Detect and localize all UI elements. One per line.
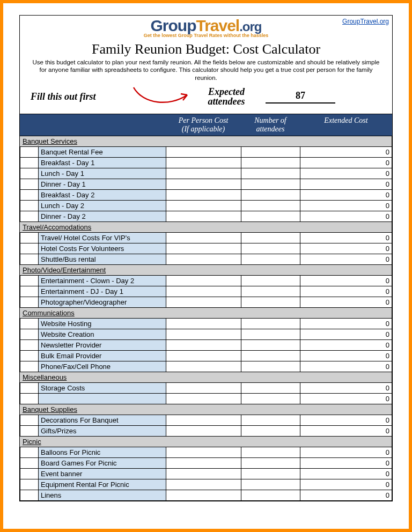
per-person-input[interactable]	[166, 168, 241, 179]
per-person-input[interactable]	[166, 276, 241, 286]
site-link[interactable]: GroupTravel.org	[342, 18, 389, 25]
per-person-input[interactable]	[166, 490, 241, 501]
per-person-input[interactable]	[166, 243, 241, 254]
line-item: Equipment Rental For Picnic0	[20, 479, 392, 490]
section-header: Miscellaneous	[20, 372, 392, 383]
num-attendees-input[interactable]	[241, 211, 300, 222]
line-item: Linens0	[20, 490, 392, 501]
indent-cell	[20, 168, 39, 179]
item-label: Bulk Email Provider	[39, 351, 166, 361]
line-item: Phone/Fax/Cell Phone0	[20, 361, 392, 372]
num-attendees-input[interactable]	[241, 447, 300, 458]
section-header: Communications	[20, 308, 392, 319]
line-item: Website Hosting0	[20, 319, 392, 329]
line-item: Banquet Rental Fee0	[20, 147, 392, 158]
per-person-input[interactable]	[166, 211, 241, 222]
per-person-input[interactable]	[166, 190, 241, 201]
logo-part3: .org	[239, 19, 261, 34]
line-item: Balloons For Picnic0	[20, 447, 392, 458]
extended-cost: 0	[300, 276, 392, 286]
item-label: Photographer/Videographer	[39, 297, 166, 308]
per-person-input[interactable]	[166, 329, 241, 340]
num-attendees-input[interactable]	[241, 233, 300, 243]
num-attendees-input[interactable]	[241, 469, 300, 479]
indent-cell	[20, 458, 39, 469]
num-attendees-input[interactable]	[241, 426, 300, 437]
per-person-input[interactable]	[166, 158, 241, 168]
tagline: Get the lowest Group Travel Rates withou…	[23, 33, 389, 38]
line-item: Board Games For Picnic0	[20, 458, 392, 469]
num-attendees-input[interactable]	[241, 168, 300, 179]
per-person-input[interactable]	[166, 147, 241, 158]
line-item: Breakfast - Day 20	[20, 190, 392, 201]
per-person-input[interactable]	[166, 179, 241, 190]
per-person-input[interactable]	[166, 469, 241, 479]
item-label: Dinner - Day 1	[39, 179, 166, 190]
section-header: Photo/Video/Entertainment	[20, 265, 392, 276]
section-header: Picnic	[20, 437, 392, 447]
per-person-input[interactable]	[166, 233, 241, 243]
per-person-input[interactable]	[166, 254, 241, 265]
per-person-input[interactable]	[166, 458, 241, 469]
item-label: Equipment Rental For Picnic	[39, 479, 166, 490]
line-item: Hotel Costs For Volunteers0	[20, 243, 392, 254]
num-attendees-input[interactable]	[241, 147, 300, 158]
num-attendees-input[interactable]	[241, 351, 300, 361]
num-attendees-input[interactable]	[241, 383, 300, 394]
per-person-input[interactable]	[166, 351, 241, 361]
num-attendees-input[interactable]	[241, 361, 300, 372]
extended-cost: 0	[300, 254, 392, 265]
num-attendees-input[interactable]	[241, 254, 300, 265]
per-person-input[interactable]	[166, 297, 241, 308]
extended-cost: 0	[300, 190, 392, 201]
per-person-input[interactable]	[166, 415, 241, 426]
indent-cell	[20, 490, 39, 501]
per-person-input[interactable]	[166, 340, 241, 351]
per-person-input[interactable]	[166, 447, 241, 458]
per-person-input[interactable]	[166, 383, 241, 394]
extended-cost: 0	[300, 297, 392, 308]
per-person-input[interactable]	[166, 319, 241, 329]
num-attendees-input[interactable]	[241, 458, 300, 469]
per-person-input[interactable]	[166, 201, 241, 211]
num-attendees-input[interactable]	[241, 394, 300, 404]
num-attendees-input[interactable]	[241, 179, 300, 190]
num-attendees-input[interactable]	[241, 201, 300, 211]
line-item: Storage Costs0	[20, 383, 392, 394]
item-label: Website Creation	[39, 329, 166, 340]
num-attendees-input[interactable]	[241, 340, 300, 351]
budget-table: Banquet ServicesBanquet Rental Fee0Break…	[20, 136, 392, 501]
num-attendees-input[interactable]	[241, 490, 300, 501]
per-person-input[interactable]	[166, 361, 241, 372]
num-attendees-input[interactable]	[241, 276, 300, 286]
extended-cost: 0	[300, 458, 392, 469]
expected-line2: attendees	[208, 96, 245, 107]
num-attendees-input[interactable]	[241, 243, 300, 254]
line-item: Bulk Email Provider0	[20, 351, 392, 361]
indent-cell	[20, 447, 39, 458]
per-person-input[interactable]	[166, 286, 241, 297]
line-item: Event banner0	[20, 469, 392, 479]
num-attendees-input[interactable]	[241, 286, 300, 297]
extended-cost: 0	[300, 447, 392, 458]
num-attendees-input[interactable]	[241, 158, 300, 168]
num-attendees-input[interactable]	[241, 415, 300, 426]
num-attendees-input[interactable]	[241, 319, 300, 329]
per-person-input[interactable]	[166, 426, 241, 437]
per-person-input[interactable]	[166, 479, 241, 490]
instructions: Use this budget calculator to plan your …	[20, 58, 392, 84]
indent-cell	[20, 286, 39, 297]
num-attendees-input[interactable]	[241, 479, 300, 490]
indent-cell	[20, 351, 39, 361]
item-label: Entertainment - DJ - Day 1	[39, 286, 166, 297]
extended-cost: 0	[300, 329, 392, 340]
num-attendees-input[interactable]	[241, 329, 300, 340]
indent-cell	[20, 254, 39, 265]
num-attendees-input[interactable]	[241, 190, 300, 201]
indent-cell	[20, 190, 39, 201]
num-attendees-input[interactable]	[241, 297, 300, 308]
extended-cost: 0	[300, 211, 392, 222]
per-person-input[interactable]	[166, 394, 241, 404]
attendees-input[interactable]: 87	[266, 90, 335, 104]
item-label: Event banner	[39, 469, 166, 479]
